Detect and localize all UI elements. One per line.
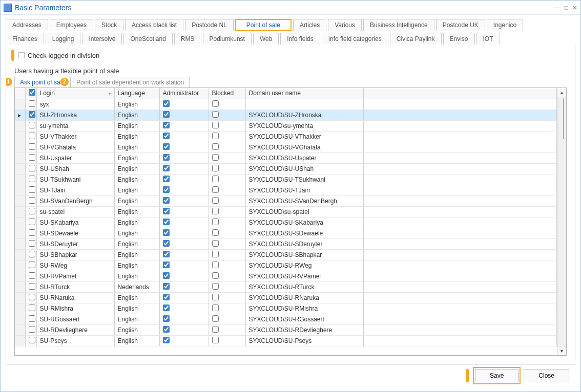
cell-admin[interactable] [159,131,209,142]
row-select-cell[interactable] [25,120,36,131]
table-row[interactable]: SU-UspaterEnglishSYXCLOUD\SU-Uspater [15,153,557,163]
subtab-point-of-sale-dependent-on-work-station[interactable]: Point of sale dependent on work station [71,77,190,88]
cell-admin[interactable] [159,271,209,281]
row-select-cell[interactable] [25,292,36,303]
tab-access-black-list[interactable]: Access black list [125,19,183,31]
close-button[interactable]: Close [524,369,569,382]
row-select-cell[interactable] [25,153,36,163]
tab-stock[interactable]: Stock [95,19,123,31]
row-select-cell[interactable] [25,303,36,314]
col-select-all[interactable] [25,88,36,99]
tab-ingenico[interactable]: Ingenico [487,19,523,31]
tab-employees[interactable]: Employees [50,19,93,31]
table-row[interactable]: SU-RMishraEnglishSYXCLOUD\SU-RMishra [15,303,557,314]
table-row[interactable]: SU-VThakkerEnglishSYXCLOUD\SU-VThakker [15,131,557,142]
cell-admin[interactable] [159,228,209,238]
tab-info-fields[interactable]: Info fields [280,33,320,45]
table-row[interactable]: su-spatelEnglishSYXCLOUD\su-spatel [15,206,557,217]
row-select-cell[interactable] [25,110,36,120]
cell-blocked[interactable] [209,249,245,260]
cell-admin[interactable] [159,249,209,260]
cell-blocked[interactable] [209,217,245,228]
cell-blocked[interactable] [209,185,245,195]
row-select-cell[interactable] [25,99,36,110]
cell-blocked[interactable] [209,163,245,174]
minimize-button[interactable]: — [554,4,561,11]
table-row[interactable]: SU-RGossaertEnglishSYXCLOUD\SU-RGossaert [15,314,557,324]
col-language[interactable]: Language [114,88,159,99]
tab-intersolve[interactable]: Intersolve [82,33,122,45]
row-select-cell[interactable] [25,206,36,217]
tab-web[interactable]: Web [253,33,279,45]
cell-admin[interactable] [159,99,209,110]
cell-blocked[interactable] [209,99,245,110]
tab-logging[interactable]: Logging [46,33,81,45]
cell-blocked[interactable] [209,335,245,346]
col-domain[interactable]: Domain user name [245,88,363,99]
col-blocked[interactable]: Blocked [209,88,245,99]
row-select-cell[interactable] [25,131,36,142]
cell-blocked[interactable] [209,174,245,185]
tab-onescotland[interactable]: OneScotland [123,33,172,45]
table-row[interactable]: SU-RTurckNederlandsSYXCLOUD\SU-RTurck [15,281,557,292]
cell-admin[interactable] [159,303,209,314]
table-row[interactable]: SU-SDeruyterEnglishSYXCLOUD\SU-SDeruyter [15,238,557,249]
row-select-cell[interactable] [25,271,36,281]
cell-blocked[interactable] [209,303,245,314]
cell-admin[interactable] [159,163,209,174]
row-select-cell[interactable] [25,238,36,249]
table-row[interactable]: SU-SBhapkarEnglishSYXCLOUD\SU-SBhapkar [15,249,557,260]
tab-postcode-nl[interactable]: Postcode NL [185,19,234,31]
cell-admin[interactable] [159,110,209,120]
cell-blocked[interactable] [209,153,245,163]
table-row[interactable]: SU-RWegEnglishSYXCLOUD\SU-RWeg [15,260,557,271]
scroll-up-icon[interactable]: ▲ [557,88,566,97]
cell-admin[interactable] [159,206,209,217]
cell-blocked[interactable] [209,271,245,281]
tab-podiumkunst[interactable]: Podiumkunst [203,33,252,45]
tab-finances[interactable]: Finances [6,33,44,45]
tab-point-of-sale[interactable]: Point of sale [235,19,292,31]
cell-admin[interactable] [159,153,209,163]
cell-admin[interactable] [159,142,209,153]
cell-admin[interactable] [159,292,209,303]
table-row[interactable]: SU-VGhatalaEnglishSYXCLOUD\SU-VGhatala [15,142,557,153]
cell-blocked[interactable] [209,110,245,120]
row-select-cell[interactable] [25,324,36,335]
check-logged-in-checkbox[interactable] [18,52,25,58]
table-row[interactable]: syxEnglish [15,99,557,110]
grid-scrollbar[interactable]: ▲ ▼ [557,88,566,355]
cell-blocked[interactable] [209,206,245,217]
row-select-cell[interactable] [25,281,36,292]
table-row[interactable]: SU-SVanDenBerghEnglishSYXCLOUD\SU-SVanDe… [15,195,557,206]
table-row[interactable]: SU-UShahEnglishSYXCLOUD\SU-UShah [15,163,557,174]
tab-iot[interactable]: IOT [476,33,500,45]
close-window-button[interactable]: ✕ [572,4,577,11]
col-admin[interactable]: Administrator [159,88,209,99]
row-select-cell[interactable] [25,260,36,271]
cell-blocked[interactable] [209,324,245,335]
col-login[interactable]: Login▾ [36,88,114,99]
cell-admin[interactable] [159,324,209,335]
cell-admin[interactable] [159,281,209,292]
row-select-cell[interactable] [25,185,36,195]
tab-enviso[interactable]: Enviso [443,33,475,45]
cell-blocked[interactable] [209,131,245,142]
cell-blocked[interactable] [209,314,245,324]
table-row[interactable]: SU-TSukhwaniEnglishSYXCLOUD\SU-TSukhwani [15,174,557,185]
cell-admin[interactable] [159,260,209,271]
row-select-cell[interactable] [25,195,36,206]
tab-various[interactable]: Various [328,19,362,31]
row-select-cell[interactable] [25,174,36,185]
cell-blocked[interactable] [209,142,245,153]
row-select-cell[interactable] [25,228,36,238]
tab-articles[interactable]: Articles [293,19,326,31]
cell-admin[interactable] [159,217,209,228]
tab-info-field-categories[interactable]: Info field categories [322,33,388,45]
table-row[interactable]: SU-PseysEnglishSYXCLOUD\SU-Pseys [15,335,557,346]
cell-admin[interactable] [159,335,209,346]
row-select-cell[interactable] [25,249,36,260]
scroll-down-icon[interactable]: ▼ [557,346,566,355]
cell-admin[interactable] [159,195,209,206]
table-row[interactable]: SU-SKabariyaEnglishSYXCLOUD\SU-SKabariya [15,217,557,228]
